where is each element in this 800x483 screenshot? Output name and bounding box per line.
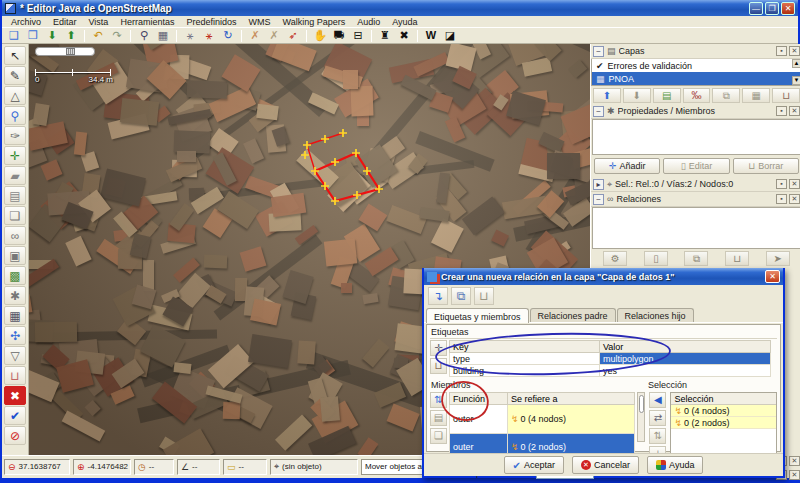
tab-etiquetas-y-miembros[interactable]: Etiquetas y miembros [426,308,529,323]
gps-draw-icon[interactable]: ⚹ [181,28,199,43]
cancel-button[interactable]: ✕Cancelar [572,456,639,474]
zoom-slider-handle[interactable] [66,48,75,55]
tab-relaciones-padre[interactable]: Relaciones padre [530,308,616,322]
delete-tag-icon[interactable]: ⊔ [430,358,447,374]
move-tool-icon[interactable]: ✛ [4,146,26,165]
settings-icon[interactable]: ✱ [4,286,26,305]
close-panel-icon[interactable]: ✕ [789,470,800,480]
menu-item-predefinidos[interactable]: Predefinidos [181,17,241,27]
tool-red-icon[interactable]: ➶ [284,28,302,43]
way-node-marker[interactable] [303,141,311,149]
gps-red-icon[interactable]: ⚹ [200,28,218,43]
apply-changes-icon[interactable]: ↴ [428,287,448,305]
selected-way-polygon[interactable] [315,153,379,201]
download-icon[interactable]: ⬇ [43,28,61,43]
relations-list[interactable] [592,207,800,249]
way-node-marker[interactable] [301,151,309,159]
stick-pin-icon[interactable]: ▪ [776,106,787,116]
delete-button[interactable]: ⊔Borrar [733,158,799,174]
tab-relaciones-hijo[interactable]: Relaciones hijo [617,308,694,322]
scroll-up-icon[interactable]: ▲ [792,59,800,68]
bus-icon[interactable]: ⊟ [349,28,367,43]
duplicate-relation-icon[interactable]: ⧉ [451,287,471,305]
add-selection-icon[interactable]: ◀ [649,392,666,408]
measure-tool-icon[interactable]: △ [4,86,26,105]
menu-item-vista[interactable]: Vista [84,17,114,27]
add-tag-icon[interactable]: ✛ [430,340,447,356]
draw-node-tool-icon[interactable]: ✎ [4,66,26,85]
members-scrollbar[interactable] [637,392,646,442]
ok-button[interactable]: ✔Aceptar [504,456,564,474]
relation-tool-icon[interactable]: ∞ [4,226,26,245]
stick-pin-icon[interactable]: ▪ [776,194,787,204]
close-panel-icon[interactable]: ✕ [789,106,800,116]
help-button[interactable]: Ayuda [647,456,703,474]
layer-opacity-icon[interactable]: ‰ [683,88,711,103]
way-node-marker[interactable] [321,135,329,143]
selection-row[interactable]: ↯0 (2 nodos) [671,417,776,429]
menu-item-audio[interactable]: Audio [352,17,385,27]
bank-icon[interactable]: ♜ [376,28,394,43]
delete-relation-icon[interactable]: ⊔ [474,287,494,305]
nodes-icon[interactable]: ✣ [4,326,26,345]
move-member-icon[interactable]: ▤ [430,410,447,426]
tag-row[interactable]: typemultipolygon [450,353,771,365]
tag-key-cell[interactable]: type [450,353,600,365]
tag-icon[interactable]: ❏ [4,206,26,225]
new-file-icon[interactable]: ❑ [5,28,23,43]
properties-icon[interactable]: ▣ [4,246,26,265]
close-panel-icon[interactable]: ✕ [789,456,800,466]
imagery-icon[interactable]: ▩ [4,266,26,285]
layer-delete-icon[interactable]: ⊔ [772,88,800,103]
new-relation-icon[interactable]: ⚙ [603,251,627,266]
cross-icon[interactable]: ✖ [395,28,413,43]
delete-relation-icon[interactable]: ⊔ [725,251,749,266]
selection-row[interactable]: ↯0 (4 nodos) [671,405,776,417]
way-node-marker[interactable] [331,158,339,166]
car-icon[interactable]: ⛟ [330,28,348,43]
error-marker-icon[interactable]: ✖ [4,386,26,405]
chart-icon[interactable]: ◪ [441,28,459,43]
sort-members-icon[interactable]: ⇅ [430,392,447,408]
member-role-cell[interactable]: outer [450,405,508,434]
zoom-selection-icon[interactable]: ⚲ [135,28,153,43]
hand-icon[interactable]: ✋ [311,28,329,43]
preferences-icon[interactable]: ▦ [154,28,172,43]
validate-check-icon[interactable]: ✔ [4,406,26,425]
scrollbar-thumb[interactable] [639,395,644,413]
edit-relation-icon[interactable]: ▯ [644,251,668,266]
properties-list[interactable] [592,119,800,155]
stick-pin-icon[interactable]: ▪ [776,179,787,189]
open-file-icon[interactable]: ❒ [24,28,42,43]
select-relation-icon[interactable]: ➤ [766,251,790,266]
way-node-marker[interactable] [353,191,361,199]
layer-up-icon[interactable]: ⬆ [593,88,621,103]
duplicate-relation-icon[interactable]: ⧉ [684,251,708,266]
way-node-marker[interactable] [339,129,347,137]
redo-icon[interactable]: ↷ [108,28,126,43]
keyboard-icon[interactable]: ▦ [4,306,26,325]
tag-value-cell[interactable]: multipolygon [600,353,771,365]
paint-tool-icon[interactable]: ✑ [4,126,26,145]
collapse-icon[interactable]: − [593,46,604,57]
zoom-slider[interactable] [35,47,95,56]
trash-icon[interactable]: ⊔ [4,366,26,385]
tag-value-cell[interactable]: yes [600,365,771,377]
tag-row[interactable]: buildingyes [450,365,771,377]
close-panel-icon[interactable]: ✕ [789,179,800,189]
layer-merge-icon[interactable]: ⧉ [712,88,740,103]
remove-member-icon[interactable]: ❏ [430,428,447,444]
layer-down-icon[interactable]: ⬇ [623,88,651,103]
tool-orange-icon[interactable]: ✗ [246,28,264,43]
layers-icon[interactable]: ▤ [4,186,26,205]
layer-row-pnoa[interactable]: ▦PNOA [592,72,800,85]
layer-list-scrollbar[interactable]: ▲▼ [792,59,800,85]
close-panel-icon[interactable]: ✕ [789,46,800,56]
close-button[interactable]: ✕ [781,2,795,15]
menu-item-wms[interactable]: WMS [243,17,275,27]
tool-tan-icon[interactable]: ✗ [265,28,283,43]
collapse-icon[interactable]: ▸ [593,179,604,190]
undo-icon[interactable]: ↶ [89,28,107,43]
stick-pin-icon[interactable]: ▪ [776,46,787,56]
filter-icon[interactable]: ▽ [4,346,26,365]
